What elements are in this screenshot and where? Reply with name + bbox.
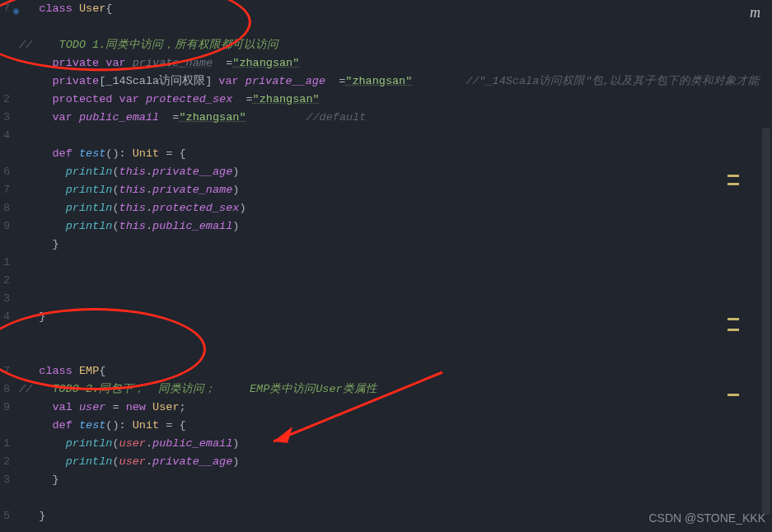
code-line: println(user.public_email) <box>19 435 772 453</box>
code-area[interactable]: class User{ // TODO 1.同类中访问，所有权限都可以访问 pr… <box>12 0 772 532</box>
code-line: class EMP{ <box>19 362 772 380</box>
code-line: println(this.private_name) <box>19 181 772 199</box>
code-line: println(this.protected_sex) <box>19 199 772 217</box>
code-line: } <box>19 236 772 254</box>
minimap-marker <box>728 394 739 396</box>
code-line: val user = new User; <box>19 399 772 417</box>
code-line: println(this.private__age) <box>19 163 772 181</box>
line-number-gutter: 7 2 34 678 91 234 7 89 123 5 <box>0 0 12 532</box>
minimap-marker <box>728 329 739 331</box>
minimap-marker <box>728 175 739 177</box>
watermark: CSDN @STONE_KKK <box>648 509 765 527</box>
code-line: // TODO 2.同包下， 同类访问； EMP类中访问User类属性 <box>19 380 772 399</box>
minimap-marker <box>728 183 739 185</box>
code-line: protected var protected_sex ="zhangsan" <box>19 91 772 109</box>
minimap-marker <box>728 318 739 320</box>
code-line: def test(): Unit = { <box>19 145 772 163</box>
code-editor[interactable]: 7 2 34 678 91 234 7 89 123 5 class User{… <box>0 0 772 532</box>
code-line: private[_14Scala访问权限] var private__age =… <box>19 72 772 91</box>
code-line: // TODO 1.同类中访问，所有权限都可以访问 <box>19 36 772 54</box>
scrollbar-thumb[interactable] <box>762 128 770 515</box>
code-line: println(this.public_email) <box>19 217 772 236</box>
code-line: } <box>19 308 772 326</box>
code-line: class User{ <box>19 0 772 18</box>
code-line: private var private_name ="zhangsan" <box>19 54 772 72</box>
code-line: } <box>19 471 772 489</box>
code-line: def test(): Unit = { <box>19 417 772 435</box>
minimap[interactable] <box>724 0 739 532</box>
code-line: var public_email ="zhangsan" //default <box>19 109 772 127</box>
code-line: println(user.private__age) <box>19 453 772 471</box>
